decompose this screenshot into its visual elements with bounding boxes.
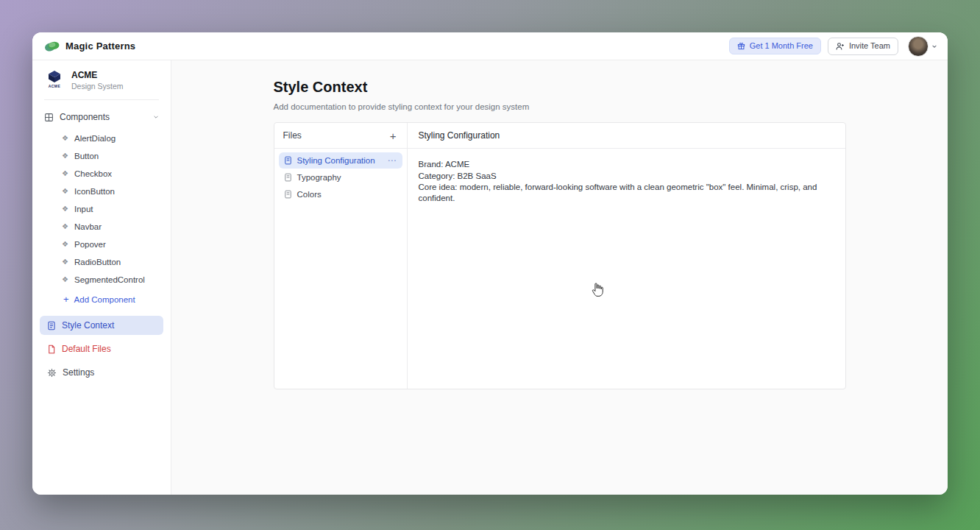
main-content: Style Context Add documentation to provi… bbox=[171, 60, 948, 495]
workspace-name: ACME bbox=[71, 70, 124, 80]
file-name: Typography bbox=[297, 173, 341, 182]
add-component-label: Add Component bbox=[74, 295, 135, 304]
workspace-subtitle: Design System bbox=[71, 82, 124, 91]
content-line: Brand: ACME bbox=[419, 159, 834, 170]
style-context-panel: Files + bbox=[274, 122, 846, 389]
component-item-radiobutton[interactable]: ❖RadioButton bbox=[32, 253, 171, 271]
components-list: ❖AlertDialog ❖Button ❖Checkbox ❖IconButt… bbox=[32, 130, 171, 289]
component-item-popover[interactable]: ❖Popover bbox=[32, 236, 171, 253]
grid-icon bbox=[44, 113, 54, 122]
chevron-down-icon bbox=[931, 43, 937, 49]
files-column: Files + bbox=[274, 123, 408, 389]
app-window: Magic Patterns Get 1 Month Free bbox=[32, 32, 948, 495]
file-content-column: Styling Configuration Brand: ACME Catego… bbox=[408, 123, 845, 389]
document-icon bbox=[284, 173, 292, 182]
gear-icon bbox=[47, 368, 57, 378]
components-section-label: Components bbox=[60, 112, 110, 122]
component-item-alertdialog[interactable]: ❖AlertDialog bbox=[32, 130, 171, 147]
file-item-styling-configuration[interactable]: Styling Configuration ⋯ bbox=[279, 152, 402, 169]
components-section-toggle[interactable]: Components bbox=[32, 107, 171, 127]
gift-icon bbox=[737, 42, 745, 50]
add-component-button[interactable]: + Add Component bbox=[32, 289, 171, 310]
brand-name: Magic Patterns bbox=[65, 40, 135, 52]
file-content[interactable]: Brand: ACME Category: B2B SaaS Core idea… bbox=[408, 149, 845, 215]
content-header: Styling Configuration bbox=[408, 123, 845, 149]
files-header: Files bbox=[283, 130, 388, 141]
component-icon: ❖ bbox=[62, 188, 68, 195]
sidebar-item-label: Settings bbox=[63, 367, 94, 378]
workspace-logo: ACME bbox=[44, 70, 65, 88]
document-icon bbox=[284, 190, 292, 199]
sidebar-item-settings[interactable]: Settings bbox=[40, 363, 163, 382]
component-item-input[interactable]: ❖Input bbox=[32, 200, 171, 218]
component-item-checkbox[interactable]: ❖Checkbox bbox=[32, 165, 171, 183]
document-icon bbox=[47, 321, 56, 331]
chevron-down-icon bbox=[153, 114, 159, 120]
page-title: Style Context bbox=[274, 79, 846, 96]
user-menu[interactable] bbox=[908, 36, 937, 57]
component-item-navbar[interactable]: ❖Navbar bbox=[32, 218, 171, 236]
component-icon: ❖ bbox=[62, 152, 68, 160]
workspace-switcher[interactable]: ACME ACME Design System bbox=[32, 70, 171, 91]
page-subtitle: Add documentation to provide styling con… bbox=[274, 102, 846, 111]
component-icon: ❖ bbox=[62, 241, 68, 248]
document-icon bbox=[284, 156, 292, 165]
person-plus-icon bbox=[836, 42, 845, 51]
component-item-iconbutton[interactable]: ❖IconButton bbox=[32, 183, 171, 200]
sidebar-item-label: Style Context bbox=[62, 320, 114, 331]
component-icon: ❖ bbox=[62, 170, 68, 177]
file-icon bbox=[47, 344, 56, 354]
get-month-free-button[interactable]: Get 1 Month Free bbox=[729, 38, 821, 54]
component-icon: ❖ bbox=[62, 223, 68, 230]
file-name: Colors bbox=[297, 190, 322, 199]
invite-team-label: Invite Team bbox=[849, 42, 890, 50]
top-bar: Magic Patterns Get 1 Month Free bbox=[32, 32, 948, 60]
workspace-logo-caption: ACME bbox=[49, 84, 60, 88]
content-line: Category: B2B SaaS bbox=[419, 171, 834, 182]
component-icon: ❖ bbox=[62, 135, 68, 142]
invite-team-button[interactable]: Invite Team bbox=[828, 38, 898, 55]
add-file-button[interactable]: + bbox=[388, 130, 398, 141]
avatar[interactable] bbox=[908, 36, 928, 57]
sidebar-item-default-files[interactable]: Default Files bbox=[40, 339, 163, 358]
magic-patterns-logo-icon bbox=[44, 40, 60, 52]
component-icon: ❖ bbox=[62, 205, 68, 213]
sidebar-item-label: Default Files bbox=[62, 344, 111, 354]
brand-logo[interactable]: Magic Patterns bbox=[44, 40, 135, 52]
file-name: Styling Configuration bbox=[297, 156, 375, 165]
content-line: Core idea: modern, reliable, forward-loo… bbox=[419, 182, 834, 203]
sidebar-divider bbox=[44, 99, 159, 100]
file-item-typography[interactable]: Typography bbox=[279, 169, 402, 186]
get-month-free-label: Get 1 Month Free bbox=[750, 42, 813, 50]
acme-cube-icon bbox=[47, 70, 62, 83]
component-item-segmentedcontrol[interactable]: ❖SegmentedControl bbox=[32, 271, 171, 289]
sidebar-item-style-context[interactable]: Style Context bbox=[40, 316, 163, 335]
component-icon: ❖ bbox=[62, 276, 68, 283]
component-item-button[interactable]: ❖Button bbox=[32, 147, 171, 165]
file-item-colors[interactable]: Colors bbox=[279, 186, 402, 202]
sidebar: ACME ACME Design System Components bbox=[32, 60, 171, 495]
component-icon: ❖ bbox=[62, 258, 68, 266]
plus-icon: + bbox=[63, 294, 69, 304]
